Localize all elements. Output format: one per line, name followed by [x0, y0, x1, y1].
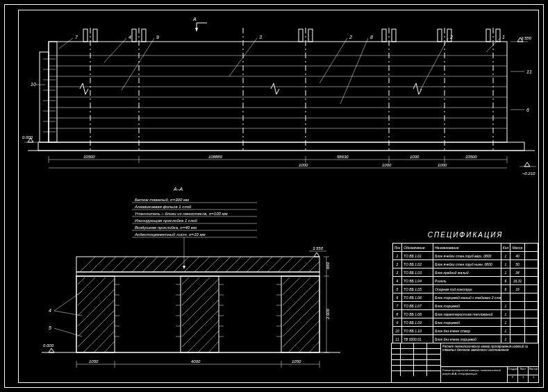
- svg-line-138: [78, 289, 115, 326]
- section-marker-a: A: [192, 17, 207, 32]
- svg-line-158: [283, 289, 319, 326]
- tb-stage: У: [508, 375, 518, 383]
- svg-marker-198: [49, 348, 54, 352]
- svg-line-145: [182, 278, 199, 295]
- svg-line-156: [283, 278, 310, 305]
- svg-text:3.550: 3.550: [313, 246, 324, 250]
- svg-rect-129: [76, 272, 319, 276]
- svg-line-148: [182, 289, 219, 326]
- hdr-name: Наименование: [433, 244, 501, 251]
- svg-line-144: [182, 278, 189, 284]
- svg-text:3.550: 3.550: [521, 36, 532, 40]
- svg-line-119: [215, 257, 231, 272]
- title-block: Расчет технологических камер пропаривани…: [391, 343, 539, 383]
- svg-line-143: [104, 341, 115, 352]
- spec-title: СПЕЦИФИКАЦИЯ: [392, 227, 538, 243]
- svg-line-108: [101, 257, 116, 272]
- spec-row: 5ТО ВБ 1.05Опорная под конструк.616: [393, 284, 538, 293]
- svg-line-123: [257, 257, 272, 272]
- svg-rect-7: [40, 52, 49, 142]
- svg-line-113: [153, 257, 168, 272]
- svg-line-125: [278, 257, 293, 272]
- svg-line-140: [78, 310, 115, 347]
- svg-line-114: [163, 257, 178, 272]
- left-end-block: [40, 42, 57, 142]
- svg-line-154: [283, 278, 290, 284]
- tb-sheet: 1: [518, 375, 529, 383]
- svg-line-150: [182, 310, 219, 347]
- svg-text:2.900: 2.900: [326, 308, 330, 320]
- section-letter: A: [192, 17, 197, 22]
- svg-line-43: [59, 38, 73, 49]
- svg-line-122: [247, 257, 262, 272]
- svg-text:660: 660: [326, 262, 330, 269]
- svg-rect-6: [49, 42, 57, 142]
- svg-line-153: [208, 341, 219, 352]
- svg-text:0.000: 0.000: [22, 135, 33, 139]
- svg-line-137: [78, 279, 115, 316]
- svg-rect-31: [83, 29, 88, 42]
- svg-rect-34: [142, 29, 146, 42]
- svg-line-116: [184, 257, 199, 272]
- spec-row: 8ТО ВБ 1.08Блок характеристика тепловани…: [393, 309, 538, 318]
- spec-row: 3ТО ВБ 1.03Блок крайний малый134: [393, 268, 538, 276]
- svg-text:Утеплитель – блоки из пеностек: Утеплитель – блоки из пеностекла, σ=100 …: [134, 212, 228, 216]
- elev-zero-left: 0.000: [22, 135, 38, 142]
- svg-text:Алюминиевая фольга 1 слой: Алюминиевая фольга 1 слой: [134, 205, 192, 209]
- svg-text:Воздушная прослойка, σ=40 мм: Воздушная прослойка, σ=40 мм: [135, 225, 197, 230]
- callout-leaders: 7 4 9 3 2 8 2 1 11 6 10: [31, 35, 532, 112]
- hdr-mass: Масса: [510, 244, 525, 251]
- svg-line-155: [283, 278, 300, 295]
- svg-rect-32: [93, 29, 97, 42]
- piers: [76, 276, 319, 352]
- spec-row: 10ТО ВБ 1.10Блок без ячеек створ1: [393, 326, 538, 334]
- hdr-pos: Поз: [393, 244, 402, 251]
- svg-text:1000: 1000: [438, 163, 447, 167]
- axes: [90, 28, 493, 153]
- svg-line-115: [174, 257, 189, 272]
- tb-sheets: 1: [529, 375, 538, 383]
- svg-marker-104: [183, 266, 185, 269]
- svg-text:1000: 1000: [382, 163, 392, 167]
- svg-rect-130: [76, 276, 319, 352]
- svg-line-53: [340, 38, 368, 104]
- svg-text:4: 4: [49, 308, 51, 313]
- svg-line-159: [283, 300, 319, 336]
- hdr-note: [525, 244, 538, 251]
- svg-text:Асбестоцементный лист, σ=10 мм: Асбестоцементный лист, σ=10 мм: [134, 232, 206, 237]
- tb-main: Расчет технологических камер пропаривани…: [441, 343, 538, 367]
- svg-rect-35: [299, 29, 303, 42]
- dim-bottom: 33500 108880 58630 1000 33500 1000 1000 …: [49, 155, 507, 168]
- svg-line-142: [94, 331, 115, 352]
- svg-line-47: [122, 38, 154, 90]
- svg-text:1050: 1050: [89, 359, 99, 364]
- svg-rect-41: [486, 29, 490, 42]
- spec-row: 1ТО ВБ 1.01Блок ячейки стен труб верх. 0…: [393, 251, 538, 259]
- svg-line-191: [54, 311, 82, 316]
- svg-line-152: [198, 331, 219, 352]
- svg-text:3: 3: [259, 35, 262, 40]
- svg-text:2: 2: [349, 35, 352, 40]
- svg-text:1050: 1050: [292, 359, 301, 364]
- svg-text:4: 4: [128, 35, 131, 40]
- svg-rect-38: [392, 29, 396, 42]
- svg-text:1000: 1000: [299, 163, 308, 167]
- svg-text:Изолирующая прослойка 1 слой: Изолирующая прослойка 1 слой: [135, 219, 198, 223]
- layer-notes: Бетом тяжелый, σ=300 мм Алюминиевая фоль…: [132, 196, 257, 269]
- svg-text:58630: 58630: [337, 155, 349, 159]
- svg-text:33500: 33500: [83, 155, 95, 159]
- section-bdims: 1050 4000 1050: [76, 359, 319, 368]
- svg-line-126: [288, 257, 304, 272]
- svg-line-139: [78, 300, 115, 336]
- svg-line-55: [420, 38, 448, 90]
- elev-top-right: 3.550: [510, 36, 532, 42]
- svg-line-147: [182, 279, 219, 316]
- svg-line-118: [205, 257, 220, 272]
- svg-text:Бетом тяжелый, σ=300 мм: Бетом тяжелый, σ=300 мм: [135, 198, 189, 202]
- hdr-code: Обозначение: [402, 244, 433, 251]
- svg-line-112: [142, 257, 158, 272]
- svg-line-127: [299, 257, 314, 272]
- svg-text:108880: 108880: [208, 155, 223, 159]
- svg-rect-4: [38, 142, 524, 151]
- section-vdims: 660 2.900: [324, 257, 330, 352]
